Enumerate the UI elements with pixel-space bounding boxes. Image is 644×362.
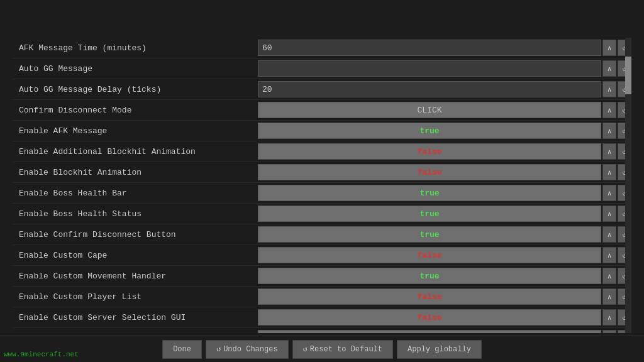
reset-label: Reset to Default bbox=[310, 345, 382, 354]
row-value[interactable]: CLICK bbox=[258, 102, 601, 118]
row-label: Enable Confirm Disconnect Button bbox=[13, 230, 258, 239]
row-up-button[interactable]: ∧ bbox=[602, 40, 616, 56]
table-row: Auto GG Message∧↺ bbox=[13, 58, 631, 79]
row-value[interactable]: true bbox=[258, 206, 601, 222]
row-up-button[interactable]: ∧ bbox=[602, 81, 616, 97]
row-label: Auto GG Message Delay (ticks) bbox=[13, 85, 258, 94]
row-value[interactable] bbox=[258, 60, 601, 77]
row-value[interactable]: false bbox=[258, 143, 601, 160]
watermark: www.9minecraft.net bbox=[4, 351, 79, 358]
scrollbar[interactable] bbox=[625, 38, 631, 333]
row-up-button[interactable]: ∧ bbox=[602, 123, 616, 139]
row-value[interactable]: false bbox=[258, 247, 601, 263]
row-value[interactable]: false bbox=[258, 288, 601, 305]
row-up-button[interactable]: ∧ bbox=[602, 143, 616, 160]
row-up-button[interactable]: ∧ bbox=[602, 268, 616, 284]
undo-label: Undo Changes bbox=[223, 345, 277, 354]
row-label: Enable Custom Player List bbox=[13, 292, 258, 302]
row-value[interactable]: 60 bbox=[258, 40, 601, 56]
done-button[interactable]: Done bbox=[162, 340, 202, 359]
table-row: Enable Custom Movement Handlertrue∧↺ bbox=[13, 266, 631, 287]
table-row: Enable Boss Health Statustrue∧↺ bbox=[13, 204, 631, 224]
table-row: Enable Boss Health Bartrue∧↺ bbox=[13, 183, 631, 204]
row-label: Enable Custom Server Selection GUI bbox=[13, 313, 258, 322]
reset-button[interactable]: ↺ Reset to Default bbox=[292, 340, 393, 359]
row-value[interactable]: true bbox=[258, 185, 601, 201]
row-label: Enable Custom Movement Handler bbox=[13, 272, 258, 281]
row-value[interactable]: false bbox=[258, 164, 601, 180]
undo-icon: ↺ bbox=[216, 344, 221, 354]
row-value[interactable]: 20 bbox=[258, 81, 601, 97]
row-up-button[interactable]: ∧ bbox=[602, 247, 616, 263]
table-row: Enable Custom Capefalse∧↺ bbox=[13, 245, 631, 266]
row-up-button[interactable]: ∧ bbox=[602, 330, 616, 333]
settings-area: AFK Message Time (minutes)60∧↺Auto GG Me… bbox=[13, 38, 631, 333]
scrollbar-thumb[interactable] bbox=[625, 57, 631, 94]
table-row: Auto GG Message Delay (ticks)20∧↺ bbox=[13, 79, 631, 100]
row-label: Enable AFK Message bbox=[13, 126, 258, 136]
row-label: Enable Blockhit Animation bbox=[13, 168, 258, 177]
table-row: Enable Confirm Disconnect Buttontrue∧↺ bbox=[13, 224, 631, 245]
row-up-button[interactable]: ∧ bbox=[602, 164, 616, 180]
settings-list: AFK Message Time (minutes)60∧↺Auto GG Me… bbox=[13, 38, 631, 333]
row-label: Confirm Disconnect Mode bbox=[13, 106, 258, 115]
row-label: Enable Boss Health Bar bbox=[13, 189, 258, 198]
apply-button[interactable]: Apply globally bbox=[397, 340, 482, 359]
table-row: Enable Custom Server Selection GUIfalse∧… bbox=[13, 307, 631, 328]
undo-button[interactable]: ↺ Undo Changes bbox=[206, 340, 289, 359]
footer: Done ↺ Undo Changes ↺ Reset to Default A… bbox=[0, 336, 644, 362]
row-up-button[interactable]: ∧ bbox=[602, 288, 616, 305]
row-value[interactable]: true bbox=[258, 226, 601, 243]
row-up-button[interactable]: ∧ bbox=[602, 185, 616, 201]
table-row: AFK Message Time (minutes)60∧↺ bbox=[13, 38, 631, 58]
table-row: Enable Custom Player Listfalse∧↺ bbox=[13, 287, 631, 307]
row-up-button[interactable]: ∧ bbox=[602, 206, 616, 222]
row-label: Auto GG Message bbox=[13, 64, 258, 74]
row-value[interactable]: false bbox=[258, 309, 601, 326]
row-label: Enable Boss Health Status bbox=[13, 209, 258, 219]
row-value[interactable]: false bbox=[258, 330, 601, 333]
row-up-button[interactable]: ∧ bbox=[602, 309, 616, 326]
table-row: Enable Fast Chat Renderfalse∧↺ bbox=[13, 328, 631, 333]
table-row: Enable AFK Messagetrue∧↺ bbox=[13, 121, 631, 141]
reset-icon: ↺ bbox=[303, 344, 308, 354]
row-up-button[interactable]: ∧ bbox=[602, 102, 616, 118]
table-row: Enable Additional Blockhit Animationfals… bbox=[13, 141, 631, 162]
row-up-button[interactable]: ∧ bbox=[602, 60, 616, 77]
row-label: Enable Custom Cape bbox=[13, 251, 258, 260]
table-row: Enable Blockhit Animationfalse∧↺ bbox=[13, 162, 631, 183]
row-up-button[interactable]: ∧ bbox=[602, 226, 616, 243]
row-label: Enable Additional Blockhit Animation bbox=[13, 147, 258, 156]
row-value[interactable]: true bbox=[258, 268, 601, 284]
row-label: AFK Message Time (minutes) bbox=[13, 43, 258, 53]
table-row: Confirm Disconnect ModeCLICK∧↺ bbox=[13, 100, 631, 121]
row-value[interactable]: true bbox=[258, 123, 601, 139]
